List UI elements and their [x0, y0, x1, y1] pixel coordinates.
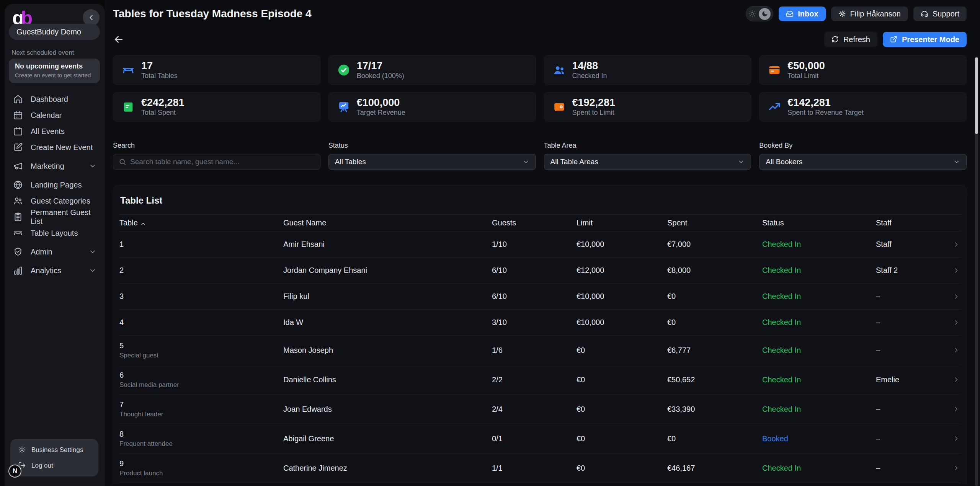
- status-label: Status: [328, 142, 536, 150]
- stat-card-checked-in: 14/88 Checked In: [544, 55, 751, 85]
- filters-bar: Search Status All Tables Table Area All …: [113, 142, 967, 170]
- stat-label: Total Tables: [141, 72, 178, 79]
- scrollbar-thumb[interactable]: [975, 57, 978, 134]
- sidebar-item-landing-pages[interactable]: Landing Pages: [5, 177, 105, 193]
- table-row[interactable]: 5Special guest Mason Joseph 1/6 €0 €6,77…: [119, 336, 961, 365]
- back-button[interactable]: [113, 33, 126, 46]
- sidebar-item-marketing[interactable]: Marketing: [5, 158, 105, 174]
- megaphone-icon: [13, 161, 23, 171]
- stat-label: Spent to Revenue Target: [787, 109, 864, 116]
- column-header-table[interactable]: Table: [119, 219, 283, 227]
- shield-icon: [13, 247, 23, 257]
- chevron-down-icon: [738, 158, 745, 165]
- toolbar-actions: Refresh Presenter Mode: [824, 32, 967, 47]
- bar-chart-icon: [13, 266, 23, 276]
- table-icon: [13, 228, 23, 238]
- sun-icon: [748, 10, 756, 18]
- trending-up-icon: [768, 100, 781, 113]
- filter-status: Status All Tables: [328, 142, 536, 170]
- stat-value: €142,281: [787, 98, 864, 108]
- table-area-select[interactable]: All Table Areas: [544, 154, 751, 170]
- no-upcoming-events-card[interactable]: No upcoming events Create an event to ge…: [9, 59, 100, 83]
- status-badge: Checked In: [762, 292, 801, 300]
- table-row[interactable]: 2 Jordan Company Ehsani 6/10 €12,000 €8,…: [119, 258, 961, 284]
- sidebar-item-admin[interactable]: Admin: [5, 244, 105, 260]
- gear-icon: [838, 10, 846, 18]
- status-badge: Checked In: [762, 464, 801, 472]
- status-badge: Checked In: [762, 405, 801, 413]
- column-header-guests[interactable]: Guests: [492, 219, 577, 227]
- stats-grid: 17 Total Tables 17/17 Booked (100%) 14/8…: [113, 55, 967, 122]
- chevron-right-icon: [943, 267, 960, 274]
- table-row[interactable]: 3 Filip kul 6/10 €10,000 €0 Checked In –: [119, 284, 961, 310]
- workspace-selector[interactable]: GuestBuddy Demo: [9, 24, 100, 40]
- chevron-right-icon: [943, 241, 960, 248]
- stat-label: Booked (100%): [357, 72, 404, 79]
- search-label: Search: [113, 142, 320, 150]
- table-row[interactable]: 9Product launch Catherine Jimenez 1/1 €0…: [119, 453, 961, 483]
- presenter-mode-button[interactable]: Presenter Mode: [883, 32, 967, 47]
- chevron-left-icon: [87, 13, 95, 22]
- no-events-subtitle: Create an event to get started: [15, 72, 94, 78]
- stat-card-total-limit: €50,000 Total Limit: [759, 55, 967, 85]
- sidebar-item-all-events[interactable]: All Events: [5, 123, 105, 139]
- column-header-limit[interactable]: Limit: [577, 219, 667, 227]
- search-box: [113, 154, 320, 170]
- theme-toggle[interactable]: [746, 6, 773, 21]
- inbox-button[interactable]: Inbox: [779, 7, 825, 21]
- stat-label: Total Spent: [141, 109, 185, 116]
- search-input[interactable]: [130, 158, 315, 166]
- chevron-down-icon: [89, 248, 96, 256]
- credit-card-icon: [768, 64, 781, 77]
- sidebar-item-guest-categories[interactable]: Guest Categories: [5, 193, 105, 209]
- app-root: g b GUESTBUDDY GuestBuddy Demo Next sche…: [0, 0, 980, 486]
- business-settings-button[interactable]: Business Settings: [10, 442, 98, 458]
- stat-value: 14/88: [572, 61, 607, 71]
- table-row[interactable]: 8Frequent attendee Abigail Greene 0/1 €0…: [119, 424, 961, 453]
- header-actions: Inbox Filip Håkanson Support: [746, 6, 967, 21]
- column-header-guest-name[interactable]: Guest Name: [283, 219, 492, 227]
- table-row[interactable]: 6Social media partner Danielle Collins 2…: [119, 365, 961, 395]
- booked-by-select[interactable]: All Bookers: [759, 154, 967, 170]
- column-header-status[interactable]: Status: [762, 219, 876, 227]
- main-content: Tables for Tuesday Madness Episode 4 Inb…: [105, 0, 980, 486]
- chevron-right-icon: [943, 293, 960, 300]
- status-select[interactable]: All Tables: [328, 154, 536, 170]
- table-row[interactable]: 4 Ida W 3/10 €10,000 €0 Checked In –: [119, 310, 961, 336]
- sidebar-item-calendar[interactable]: Calendar: [5, 107, 105, 123]
- chevron-right-icon: [943, 319, 960, 326]
- table-header-row: Table Guest Name Guests Limit Spent Stat…: [119, 214, 961, 232]
- logout-button[interactable]: Log out: [10, 458, 98, 473]
- edit-icon: [13, 142, 23, 152]
- status-badge: Checked In: [762, 346, 801, 354]
- sidebar-footer-card: Business Settings Log out: [10, 439, 98, 476]
- column-header-staff[interactable]: Staff: [876, 219, 943, 227]
- status-badge: Checked In: [762, 240, 801, 248]
- inbox-icon: [786, 10, 794, 18]
- stat-value: €50,000: [787, 61, 825, 71]
- chevron-down-icon: [89, 267, 96, 274]
- next-event-label: Next scheduled event: [11, 49, 74, 57]
- table-icon: [122, 64, 135, 77]
- stat-value: €192,281: [572, 98, 616, 108]
- column-header-spent[interactable]: Spent: [667, 219, 762, 227]
- sidebar-item-dashboard[interactable]: Dashboard: [5, 91, 105, 107]
- sidebar-item-analytics[interactable]: Analytics: [5, 263, 105, 279]
- users-icon: [553, 64, 566, 77]
- sidebar-item-table-layouts[interactable]: Table Layouts: [5, 225, 105, 241]
- gear-icon: [18, 446, 26, 454]
- support-button[interactable]: Support: [913, 7, 967, 21]
- stat-label: Spent to Limit: [572, 109, 616, 116]
- avatar[interactable]: N: [8, 465, 21, 478]
- refresh-button[interactable]: Refresh: [824, 32, 877, 47]
- sub-toolbar: Refresh Presenter Mode: [113, 28, 967, 51]
- sidebar-item-create-new-event[interactable]: Create New Event: [5, 139, 105, 155]
- stat-card-spent-to-revenue-target: €142,281 Spent to Revenue Target: [759, 92, 967, 122]
- table-row[interactable]: 1 Amir Ehsani 1/10 €10,000 €7,000 Checke…: [119, 232, 961, 258]
- globe-icon: [13, 180, 23, 190]
- user-settings-button[interactable]: Filip Håkanson: [831, 7, 908, 21]
- table-row[interactable]: 7Thought leader Joan Edwards 2/4 €0 €33,…: [119, 395, 961, 424]
- sidebar-item-permanent-guest-list[interactable]: Permanent Guest List: [5, 209, 105, 225]
- stat-label: Checked In: [572, 72, 607, 79]
- stat-value: 17: [141, 61, 178, 71]
